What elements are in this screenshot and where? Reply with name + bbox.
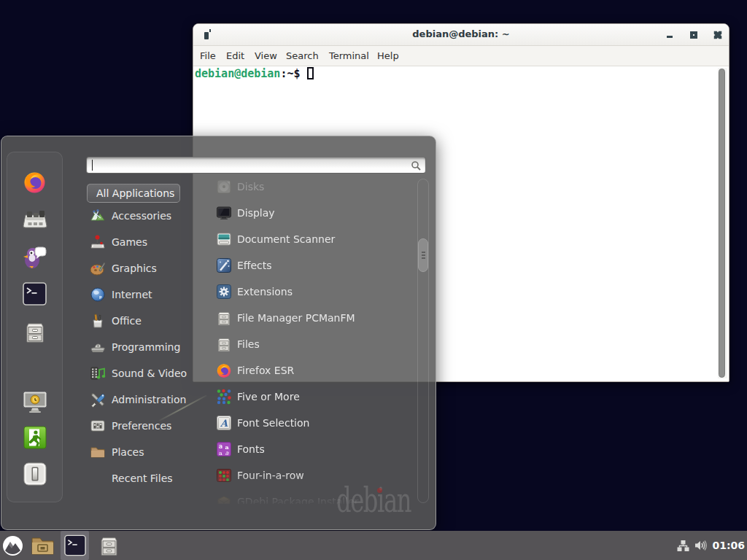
category-label: Administration <box>112 394 186 405</box>
favorite-firefox[interactable] <box>22 168 48 195</box>
app-label: Files <box>237 338 260 350</box>
app-disks[interactable]: Disks <box>208 174 417 200</box>
terminal-scrollbar-track[interactable] <box>718 68 727 378</box>
taskbar-clock[interactable]: 01:06 <box>712 540 745 551</box>
menu-item-help[interactable]: Help <box>377 50 399 61</box>
network-icon[interactable] <box>677 540 689 552</box>
app-label: Firefox ESR <box>237 365 294 376</box>
app-label: Display <box>237 207 275 219</box>
five-or-more-app-icon <box>216 389 232 405</box>
app-label: Fonts <box>237 443 265 455</box>
menu-item-file[interactable]: File <box>200 50 216 61</box>
category-label: Games <box>112 236 147 248</box>
all-applications-button[interactable]: All Applications <box>87 184 180 203</box>
app-label: Four-in-a-row <box>237 470 304 481</box>
app-pcmanfm[interactable]: File Manager PCManFM <box>208 305 417 331</box>
app-label: Extensions <box>237 286 293 298</box>
places-category-icon <box>90 444 106 460</box>
app-fonts[interactable]: a a a a Fonts <box>208 436 417 462</box>
category-internet[interactable]: Internet <box>1 281 206 308</box>
firefox-icon <box>23 170 47 194</box>
category-administration[interactable]: Administration <box>1 386 206 413</box>
terminal-titlebar[interactable]: debian@debian: ~ <box>193 24 729 46</box>
app-label: GDebi Package Installer <box>237 496 358 504</box>
category-label: Recent Files <box>112 472 173 484</box>
administration-category-icon <box>90 392 106 408</box>
app-display[interactable]: Display <box>208 200 417 226</box>
category-label: Programming <box>112 341 180 353</box>
close-button[interactable] <box>708 24 727 46</box>
category-list: Accessories Games <box>1 203 206 491</box>
empty-icon-spacer <box>90 470 106 486</box>
maximize-button[interactable] <box>684 24 703 46</box>
file-cabinet-task-icon <box>101 534 117 556</box>
prompt-user: debian@debian <box>195 67 280 80</box>
internet-category-icon <box>90 287 106 303</box>
text-caret <box>92 160 93 171</box>
app-label: Effects <box>237 260 272 271</box>
category-preferences[interactable]: Preferences <box>1 413 206 439</box>
scrollbar-grip <box>422 257 425 259</box>
accessories-category-icon <box>90 208 106 224</box>
app-document-scanner[interactable]: Document Scanner <box>208 226 417 252</box>
prompt-path: :~$ <box>280 67 300 80</box>
graphics-category-icon <box>90 260 106 276</box>
category-programming[interactable]: Programming <box>1 334 206 360</box>
terminal-prompt: debian@debian:~$ <box>195 67 314 81</box>
terminal-title: debian@debian: ~ <box>193 28 729 39</box>
taskbar-terminal-task[interactable] <box>61 531 89 560</box>
taskbar-files-task[interactable] <box>95 531 123 560</box>
category-label: Places <box>112 446 144 458</box>
category-label: Graphics <box>112 262 157 274</box>
close-icon <box>714 31 722 39</box>
category-sound-video[interactable]: Sound & Video <box>1 360 206 386</box>
app-label: File Manager PCManFM <box>237 312 355 324</box>
office-category-icon <box>90 313 106 329</box>
app-five-or-more[interactable]: Five or More <box>208 384 417 410</box>
category-accessories[interactable]: Accessories <box>1 203 206 229</box>
app-gdebi[interactable]: GDebi Package Installer <box>208 489 417 504</box>
app-firefox-esr[interactable]: Firefox ESR <box>208 357 417 384</box>
menu-item-search[interactable]: Search <box>286 50 319 61</box>
app-label: Disks <box>237 181 264 192</box>
four-in-a-row-app-icon <box>216 467 232 483</box>
app-label: Five or More <box>237 391 300 402</box>
terminal-scrollbar-thumb[interactable] <box>719 69 725 378</box>
app-label: Font Selection <box>237 417 309 429</box>
app-effects[interactable]: Effects <box>208 252 417 279</box>
svg-text:A: A <box>220 418 228 429</box>
category-office[interactable]: Office <box>1 308 206 334</box>
desktop: debian@debian: ~ File Edit View Search T… <box>0 0 747 560</box>
category-recent-files[interactable]: Recent Files <box>1 465 206 491</box>
terminal-cursor <box>307 67 314 79</box>
taskbar-file-manager-launcher[interactable] <box>29 531 55 560</box>
app-four-in-a-row[interactable]: Four-in-a-row <box>208 462 417 489</box>
volume-icon[interactable] <box>694 540 707 551</box>
search-input[interactable] <box>86 157 426 174</box>
menu-item-terminal[interactable]: Terminal <box>329 50 369 61</box>
fonts-app-icon: a a a a <box>216 441 232 457</box>
app-files[interactable]: Files <box>208 331 417 357</box>
minimize-button[interactable] <box>660 24 679 46</box>
menu-scrollbar-thumb[interactable] <box>418 238 428 272</box>
category-label: Preferences <box>112 420 171 432</box>
programming-category-icon <box>90 339 106 355</box>
menu-button[interactable] <box>1 531 24 560</box>
effects-app-icon <box>216 257 232 273</box>
sound-video-category-icon <box>90 365 106 381</box>
minimize-icon <box>666 31 673 39</box>
terminal-task-icon <box>64 534 86 556</box>
scrollbar-grip <box>422 252 425 253</box>
menu-item-edit[interactable]: Edit <box>226 50 244 61</box>
menu-scrollbar-track[interactable] <box>417 179 429 503</box>
category-label: Sound & Video <box>112 368 187 379</box>
category-graphics[interactable]: Graphics <box>1 255 206 281</box>
category-games[interactable]: Games <box>1 229 206 255</box>
app-font-selection[interactable]: A Font Selection <box>208 410 417 436</box>
display-app-icon <box>216 205 232 221</box>
category-places[interactable]: Places <box>1 439 206 465</box>
menu-item-view[interactable]: View <box>255 50 277 61</box>
app-extensions[interactable]: Extensions <box>208 279 417 305</box>
category-label: Internet <box>112 289 152 300</box>
menu-logo-icon <box>2 535 23 556</box>
